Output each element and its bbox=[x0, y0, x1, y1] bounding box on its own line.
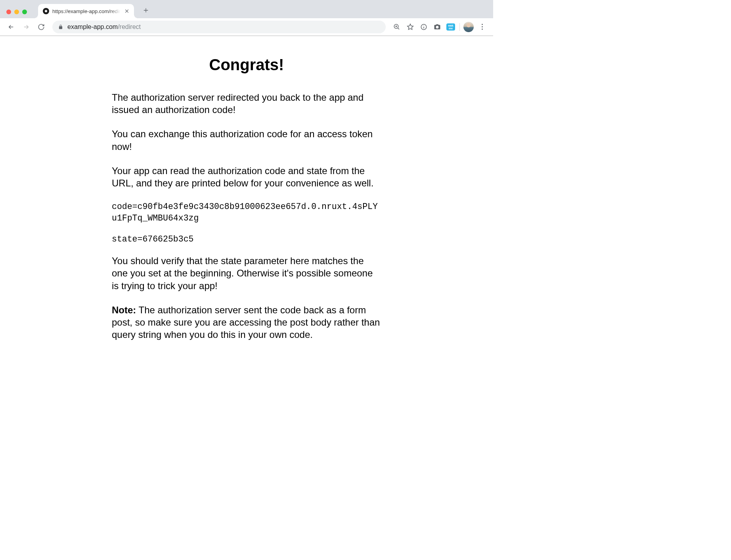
url-text: example-app.com/redirect bbox=[67, 23, 380, 31]
toolbar-divider bbox=[459, 23, 460, 31]
paragraph-read-code: Your app can read the authorization code… bbox=[112, 165, 381, 189]
walkme-extension-icon[interactable]: wak me bbox=[444, 21, 457, 33]
browser-chrome: https://example-app.com/redir example-ap… bbox=[0, 0, 493, 36]
window-maximize-button[interactable] bbox=[22, 10, 27, 14]
menu-button[interactable] bbox=[476, 21, 488, 33]
lock-icon bbox=[58, 24, 63, 30]
tab-title: https://example-app.com/redir bbox=[52, 8, 121, 14]
paragraph-intro: The authorization server redirected you … bbox=[112, 91, 381, 116]
note-label: Note: bbox=[112, 305, 136, 315]
paragraph-verify: You should verify that the state paramet… bbox=[112, 255, 381, 292]
toolbar-right: wak me bbox=[390, 21, 488, 33]
state-value: state=676625b3c5 bbox=[112, 234, 381, 245]
back-button[interactable] bbox=[5, 21, 17, 33]
browser-tab[interactable]: https://example-app.com/redir bbox=[38, 4, 134, 18]
window-controls bbox=[4, 10, 31, 18]
zoom-icon[interactable] bbox=[390, 21, 403, 33]
url-path: /redirect bbox=[118, 23, 141, 30]
note-text: The authorization server sent the code b… bbox=[112, 305, 380, 340]
paragraph-note: Note: The authorization server sent the … bbox=[112, 304, 381, 341]
paragraph-exchange: You can exchange this authorization code… bbox=[112, 128, 381, 152]
page-content: Congrats! The authorization server redir… bbox=[0, 36, 493, 372]
address-bar[interactable]: example-app.com/redirect bbox=[52, 21, 386, 33]
reload-button[interactable] bbox=[35, 21, 48, 33]
bookmark-star-icon[interactable] bbox=[404, 21, 417, 33]
url-host: example-app.com bbox=[67, 23, 118, 30]
page-heading: Congrats! bbox=[112, 56, 381, 74]
camera-icon[interactable] bbox=[431, 21, 444, 33]
tab-favicon bbox=[43, 8, 49, 14]
tab-bar: https://example-app.com/redir bbox=[0, 0, 493, 18]
tab-close-button[interactable] bbox=[124, 8, 130, 14]
toolbar: example-app.com/redirect wak me bbox=[0, 18, 493, 36]
window-minimize-button[interactable] bbox=[14, 10, 19, 14]
info-icon[interactable] bbox=[417, 21, 430, 33]
code-value: code=c90fb4e3fe9c3430c8b91000623ee657d.0… bbox=[112, 201, 381, 224]
forward-button[interactable] bbox=[20, 21, 33, 33]
profile-avatar[interactable] bbox=[462, 21, 475, 33]
content-wrapper: Congrats! The authorization server redir… bbox=[112, 56, 381, 353]
new-tab-button[interactable] bbox=[141, 6, 151, 15]
window-close-button[interactable] bbox=[6, 10, 11, 14]
